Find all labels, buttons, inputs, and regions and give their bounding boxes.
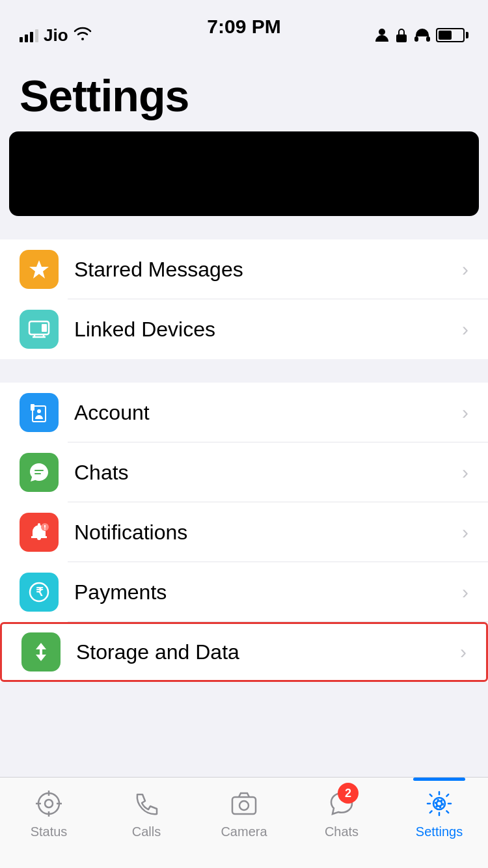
account-item[interactable]: Account › — [0, 383, 488, 442]
status-tab-icon — [32, 787, 66, 821]
status-right — [375, 27, 468, 43]
battery-icon — [436, 28, 468, 42]
linked-devices-label: Linked Devices — [74, 318, 462, 342]
tab-settings[interactable]: Settings — [390, 787, 488, 839]
status-tab-label: Status — [31, 824, 68, 839]
payments-item[interactable]: ₹ Payments › — [0, 562, 488, 622]
linked-devices-icon — [20, 310, 59, 349]
svg-rect-9 — [42, 324, 47, 332]
profile-section[interactable] — [9, 131, 479, 216]
linked-devices-chevron: › — [462, 318, 468, 340]
account-chevron: › — [462, 401, 468, 424]
svg-rect-24 — [232, 797, 256, 814]
signal-icon — [20, 28, 38, 42]
notifications-chevron: › — [462, 521, 468, 543]
page-title-container: Settings — [0, 57, 488, 131]
tab-status[interactable]: Status — [0, 787, 98, 839]
svg-point-15 — [44, 528, 46, 530]
wifi-icon — [74, 26, 92, 44]
storage-data-item[interactable]: Storage and Data › — [0, 622, 488, 682]
chats-chevron: › — [462, 461, 468, 483]
svg-point-26 — [437, 801, 442, 806]
chats-badge: 2 — [338, 783, 359, 804]
notifications-item[interactable]: Notifications › — [0, 502, 488, 562]
svg-point-19 — [45, 800, 53, 807]
headphones-icon — [414, 27, 431, 43]
payments-chevron: › — [462, 581, 468, 603]
page-title: Settings — [20, 70, 468, 121]
calls-tab-icon — [129, 787, 163, 821]
section-main-settings: Account › Chats › Notifications › — [0, 383, 488, 682]
settings-tab-icon — [422, 787, 456, 821]
carrier-label: Jio — [44, 25, 68, 46]
active-tab-indicator — [413, 778, 465, 781]
svg-point-18 — [38, 793, 59, 814]
calls-tab-label: Calls — [132, 824, 161, 839]
storage-data-chevron: › — [460, 641, 467, 663]
svg-rect-1 — [396, 34, 407, 42]
starred-messages-item[interactable]: Starred Messages › — [0, 239, 488, 299]
section-utilities: Starred Messages › Linked Devices › — [0, 239, 488, 359]
linked-devices-item[interactable]: Linked Devices › — [0, 299, 488, 359]
svg-point-0 — [379, 29, 385, 35]
clock: 7:09 PM — [207, 16, 280, 38]
tab-chats[interactable]: 2 Chats — [293, 787, 390, 839]
storage-data-label: Storage and Data — [76, 640, 460, 664]
payments-icon: ₹ — [20, 573, 59, 612]
lock-icon — [394, 27, 409, 43]
notifications-icon — [20, 513, 59, 552]
notifications-label: Notifications — [74, 521, 462, 545]
storage-data-icon — [21, 632, 61, 671]
svg-marker-4 — [29, 260, 49, 278]
camera-tab-icon — [227, 787, 261, 821]
settings-tab-label: Settings — [416, 824, 463, 839]
status-bar: Jio 7:09 PM — [0, 0, 488, 57]
person-icon — [375, 27, 389, 43]
account-icon — [20, 393, 59, 432]
section-gap-3 — [0, 682, 488, 705]
tab-bar: Status Calls Camera 2 Chats — [0, 777, 488, 868]
chats-label: Chats — [74, 461, 462, 485]
chats-item[interactable]: Chats › — [0, 442, 488, 502]
starred-messages-label: Starred Messages — [74, 258, 462, 282]
chats-icon — [20, 453, 59, 492]
svg-rect-2 — [414, 36, 418, 42]
svg-rect-3 — [426, 36, 430, 42]
section-gap-1 — [0, 216, 488, 239]
starred-messages-icon — [20, 250, 59, 289]
tab-camera[interactable]: Camera — [195, 787, 293, 839]
svg-point-25 — [239, 801, 249, 810]
account-label: Account — [74, 401, 462, 425]
section-gap-2 — [0, 359, 488, 383]
camera-tab-label: Camera — [221, 824, 267, 839]
svg-rect-12 — [31, 404, 34, 411]
svg-text:₹: ₹ — [36, 586, 44, 599]
payments-label: Payments — [74, 580, 462, 604]
tab-calls[interactable]: Calls — [98, 787, 195, 839]
status-left: Jio — [20, 25, 92, 46]
svg-point-11 — [37, 409, 41, 413]
chats-tab-icon: 2 — [325, 787, 359, 821]
starred-messages-chevron: › — [462, 258, 468, 280]
chats-tab-label: Chats — [325, 824, 359, 839]
